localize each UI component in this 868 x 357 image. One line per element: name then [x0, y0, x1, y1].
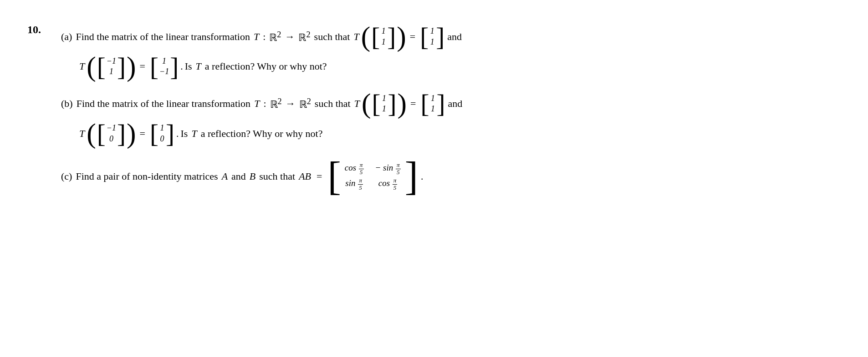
part-a-out-vec1-bracket-right: ] — [436, 24, 444, 50]
part-a-vec2-bracket-left: [ — [97, 54, 106, 80]
part-c-text2: such that — [259, 171, 295, 182]
part-b-outer-paren-right-2: ) — [127, 120, 136, 148]
part-a-T2: T — [353, 31, 359, 43]
part-a-colon: : — [263, 31, 266, 43]
part-c-label: (c) — [61, 171, 72, 182]
part-b-line1: (b) Find the matrix of the linear transf… — [59, 90, 841, 118]
problem-header: 10. (a) Find the matrix of the linear tr… — [27, 23, 841, 206]
part-a-out-vec1-cells: 1 1 — [429, 26, 435, 47]
part-b-T4: T — [191, 128, 197, 140]
part-b-input-vec2: [ −1 0 ] — [97, 121, 126, 146]
part-a-out-vec2-top: 1 — [162, 56, 167, 66]
part-b-out-vec2-bot: 0 — [159, 134, 165, 144]
part-a-line1: (a) Find the matrix of the linear transf… — [59, 23, 841, 51]
part-a-text2: such that — [314, 31, 350, 43]
part-c-r2c2-frac: π5 — [393, 177, 398, 191]
part-b-outer-paren-left-1: ( — [362, 90, 371, 118]
part-b-vec1-bot: 1 — [381, 104, 387, 114]
part-a-out-vec2-bot: −1 — [159, 66, 169, 77]
part-c-r2c1-frac-num: π — [358, 177, 363, 185]
part-b-vec1-bracket-left: [ — [372, 91, 380, 116]
part-b-output-vec2: [ 1 0 ] — [150, 121, 174, 146]
part-b-vec1-cells: 1 1 — [381, 93, 387, 115]
part-a-vec2-bracket-right: ] — [117, 54, 126, 80]
part-c-r1c1-frac: π5 — [359, 162, 364, 176]
part-c-r1c1-frac-den: 5 — [359, 169, 364, 176]
part-b-T: T — [254, 98, 260, 110]
part-c-text1: Find a pair of non-identity matrices — [76, 171, 218, 182]
part-a-output-vec1: [ 1 1 ] — [420, 24, 444, 50]
part-b-T-apply-2: ( [ −1 0 ] ) — [87, 120, 136, 148]
part-c-r2c1-frac-den: 5 — [358, 185, 363, 191]
part-b-R2-2: ℝ2 — [299, 97, 311, 111]
part-a-R2-1: ℝ2 — [269, 30, 281, 44]
part-c-r1c2-frac: π5 — [396, 162, 401, 176]
part-a-T4: T — [196, 60, 201, 72]
part-c-B: B — [250, 171, 255, 182]
part-b-out-vec2-top: 1 — [159, 123, 165, 133]
part-b-output-vec1: [ 1 1 ] — [420, 91, 445, 116]
part-a-vec2-top: −1 — [107, 56, 116, 66]
part-b-period: . — [176, 128, 179, 140]
part-a-T-apply-2: ( [ −1 1 ] ) — [87, 53, 136, 81]
part-c-r1c1-frac-num: π — [359, 162, 364, 169]
part-c-A: A — [222, 171, 228, 182]
part-a-vec1-bot: 1 — [381, 37, 386, 47]
part-b-vec1-top: 1 — [381, 93, 387, 104]
part-b-block: (b) Find the matrix of the linear transf… — [59, 90, 841, 147]
part-a-block: (a) Find the matrix of the linear transf… — [59, 23, 841, 80]
part-a-arrow: → — [285, 31, 295, 43]
part-c-r1c2-frac-den: 5 — [396, 169, 401, 176]
part-c-r2c2: cos π5 — [375, 177, 401, 191]
part-c-r1c2-frac-num: π — [396, 162, 401, 169]
part-b-out-vec1-bot: 1 — [430, 104, 436, 114]
part-c-r2c1: sin π5 — [345, 177, 364, 191]
part-a-vec1-cells: 1 1 — [381, 26, 386, 47]
part-b-arrow: → — [286, 98, 296, 110]
part-b-vec2-top: −1 — [107, 123, 116, 133]
part-b-out-vec1-top: 1 — [430, 93, 436, 104]
part-a-input-vec2: [ −1 1 ] — [97, 54, 126, 80]
part-a-out-vec1-top: 1 — [429, 26, 435, 36]
part-b-is: Is — [181, 128, 188, 140]
part-c-line1: (c) Find a pair of non-identity matrices… — [59, 156, 841, 196]
part-a-outer-paren-right-2: ) — [127, 53, 136, 81]
part-a-T: T — [254, 31, 259, 43]
part-a-outer-paren-right-1: ) — [397, 23, 406, 51]
part-c-and: and — [231, 171, 246, 182]
part-c-matrix-grid: cos π5 − sin π5 sin π5 — [345, 162, 401, 191]
part-b-T3: T — [79, 128, 85, 140]
part-b-line2: T ( [ −1 0 ] ) = — [77, 120, 841, 148]
part-c-block: (c) Find a pair of non-identity matrices… — [59, 156, 841, 196]
part-b-R2-1: ℝ2 — [270, 97, 282, 111]
part-a-R2-2: ℝ2 — [298, 30, 310, 44]
part-c-matrix-bracket-right: ] — [405, 156, 418, 196]
part-c-r2c2-frac-den: 5 — [393, 185, 398, 191]
part-a-out-vec1-bracket-left: [ — [420, 24, 429, 50]
part-b-and: and — [448, 98, 463, 110]
part-b-vec2-bracket-right: ] — [117, 121, 126, 146]
part-b-question2: a reflection? Why or why not? — [201, 128, 323, 140]
part-b-out-vec1-bracket-left: [ — [420, 91, 429, 116]
part-a-period: . — [180, 60, 183, 72]
part-a-is: Is — [185, 60, 192, 72]
part-b-equals1: = — [410, 98, 416, 110]
part-b-equals2: = — [140, 128, 145, 140]
part-b-T-apply-1: ( [ 1 1 ] ) — [362, 90, 407, 118]
part-a-outer-paren-left-1: ( — [361, 23, 371, 51]
part-a-T-apply-1: ( [ 1 1 ] ) — [361, 23, 406, 51]
part-a-vec1-bracket-left: [ — [371, 24, 380, 50]
part-b-out-vec1-bracket-right: ] — [437, 91, 445, 116]
part-c-r1c2: − sin π5 — [375, 162, 401, 176]
part-a-output-vec2: [ 1 −1 ] — [150, 54, 179, 80]
part-b-out-vec2-cells: 1 0 — [159, 123, 165, 144]
part-c-matrix: [ cos π5 − sin π5 s — [327, 156, 418, 196]
part-a-vec2-cells: −1 1 — [107, 56, 116, 77]
part-b-text2: such that — [315, 98, 351, 110]
part-b-text1: Find the matrix of the linear transforma… — [77, 98, 250, 110]
part-c-matrix-bracket-left: [ — [327, 156, 341, 196]
part-b-outer-paren-right-1: ) — [398, 90, 407, 118]
part-c-r1c1: cos π5 — [345, 162, 364, 176]
part-a-text1: Find the matrix of the linear transforma… — [76, 31, 250, 43]
part-c-equals: = — [317, 171, 322, 182]
